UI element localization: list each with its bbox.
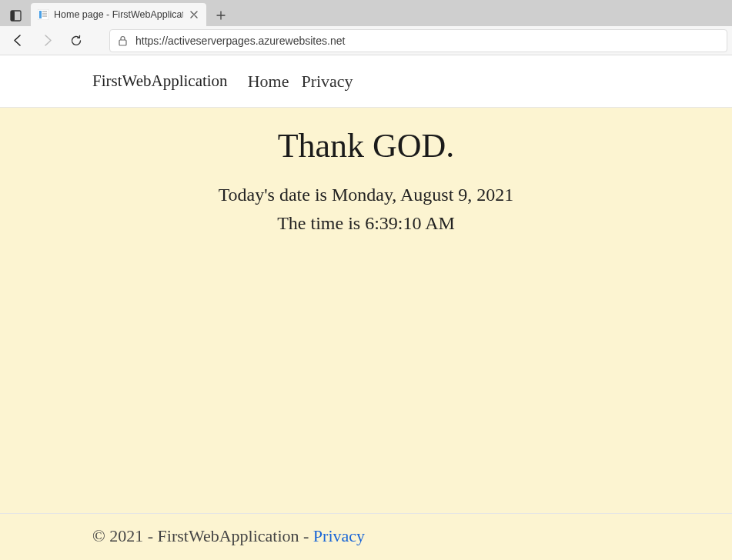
date-text: Today's date is Monday, August 9, 2021 xyxy=(0,181,732,209)
nav-link-home[interactable]: Home xyxy=(248,72,289,92)
forward-button[interactable] xyxy=(34,28,60,53)
url-input[interactable] xyxy=(135,35,719,47)
address-bar[interactable] xyxy=(109,29,727,52)
page-favicon xyxy=(37,8,49,21)
browser-toolbar xyxy=(0,26,732,55)
back-button[interactable] xyxy=(5,28,31,53)
svg-rect-4 xyxy=(42,11,47,12)
footer-privacy-link[interactable]: Privacy xyxy=(313,526,365,545)
brand-link[interactable]: FirstWebApplication xyxy=(92,72,228,91)
refresh-button[interactable] xyxy=(63,28,89,53)
main-content: Thank GOD. Today's date is Monday, Augus… xyxy=(0,108,732,513)
close-tab-button[interactable] xyxy=(188,8,200,21)
svg-rect-7 xyxy=(119,40,126,45)
nav-link-privacy[interactable]: Privacy xyxy=(301,72,353,92)
footer-text: © 2021 - FirstWebApplication - xyxy=(92,526,313,545)
time-text: The time is 6:39:10 AM xyxy=(0,209,732,238)
svg-rect-3 xyxy=(39,11,42,18)
svg-rect-5 xyxy=(42,13,47,15)
tab-title: Home page - FirstWebApplicatio xyxy=(54,9,183,20)
page-viewport: FirstWebApplication Home Privacy Thank G… xyxy=(0,55,732,560)
browser-chrome: Home page - FirstWebApplicatio xyxy=(0,0,732,55)
page-heading: Thank GOD. xyxy=(0,126,732,165)
tab-actions-button[interactable] xyxy=(5,5,26,26)
site-navbar: FirstWebApplication Home Privacy xyxy=(0,55,732,108)
lock-icon xyxy=(118,35,128,46)
browser-tab[interactable]: Home page - FirstWebApplicatio xyxy=(31,3,206,26)
tab-strip: Home page - FirstWebApplicatio xyxy=(0,0,732,26)
svg-rect-1 xyxy=(11,11,15,21)
svg-rect-6 xyxy=(42,15,47,17)
site-footer: © 2021 - FirstWebApplication - Privacy xyxy=(0,513,732,560)
new-tab-button[interactable] xyxy=(209,5,232,26)
